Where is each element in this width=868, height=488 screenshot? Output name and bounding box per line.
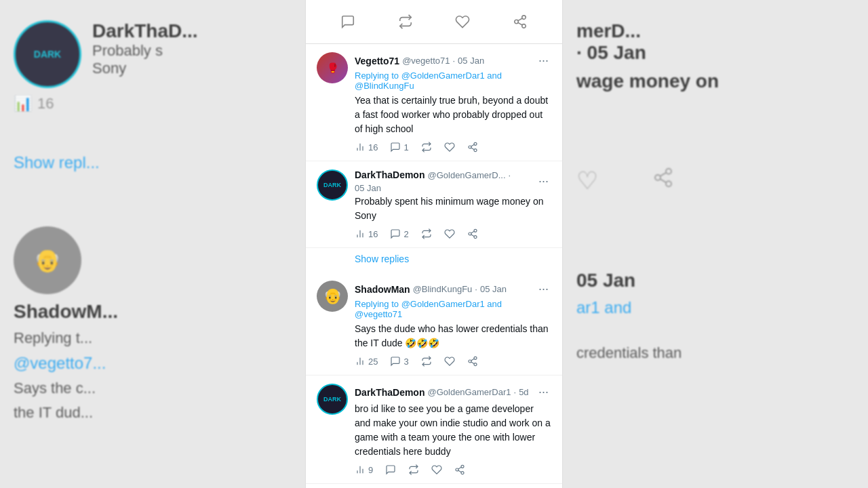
comment-action-3[interactable]: 3 [390,356,408,367]
bg-right-text1: merD... [576,20,646,42]
like-action-3[interactable] [444,356,455,367]
svg-line-40 [458,470,462,472]
bg-share-icon [652,167,674,195]
svg-point-23 [474,236,477,239]
tweet-meta-4: DarkThaDemon @GoldenGamerDar1 · 5d [355,387,529,398]
svg-point-5 [522,16,526,20]
bg-it-dude: the IT dud... [14,404,292,422]
svg-point-29 [474,357,477,359]
tweet-dot-3: · [475,284,477,294]
bg-avatar-dark: DARK [14,20,81,88]
avatar-vegetto71: 🥊 [317,52,348,83]
bg-tweet-text1: Probably s [92,42,198,60]
comment-action-1[interactable]: 1 [390,142,408,152]
tweet-content-2: DarkThaDemon @GoldenGamerD... · 05 Jan ·… [355,169,551,239]
tweet-actions-3: 25 3 [355,356,551,367]
share-action[interactable] [507,8,534,35]
svg-point-14 [469,146,471,148]
svg-line-33 [471,359,474,361]
svg-point-39 [461,472,464,474]
tweet-actions-2: 16 2 [355,228,551,239]
tweet-date-1: · [452,56,455,66]
tweet-more-2[interactable]: ··· [536,173,551,190]
svg-point-0 [666,169,671,174]
tweet-dot-2: · [509,170,511,180]
svg-line-24 [471,235,474,237]
stats-action-3[interactable]: 25 [355,356,378,367]
svg-point-31 [474,363,477,366]
tweet-meta-2: DarkThaDemon @GoldenGamerD... · 05 Jan [355,169,536,193]
share-action-3[interactable] [467,356,478,367]
tweet-header-2: DarkThaDemon @GoldenGamerD... · 05 Jan ·… [355,169,551,193]
comment-val-1: 1 [403,142,408,152]
show-replies-button[interactable]: Show replies [306,248,562,272]
stats-val-4: 9 [368,465,373,475]
stats-action-1[interactable]: 16 [355,142,378,152]
tweet-item-1: 🥊 Vegetto71 @vegetto71 · 05 Jan ··· Repl… [306,44,562,161]
tweet-header-3: ShadowMan @BlindKungFu · 05 Jan ··· [355,281,551,298]
share-action-1[interactable] [467,142,478,152]
tweet-more-4[interactable]: ··· [536,384,551,401]
tweet-item-3: 👴 ShadowMan @BlindKungFu · 05 Jan ··· Re… [306,272,562,375]
comment-action-4[interactable] [385,464,396,475]
like-action-1[interactable] [444,142,455,152]
svg-line-25 [471,231,474,233]
bg-tweet-text2: Sony [92,60,198,77]
action-bar [306,0,562,44]
tweet-text-1: Yea that is certainly true bruh, beyond … [355,94,551,136]
tweet-thread-panel: 🥊 Vegetto71 @vegetto71 · 05 Jan ··· Repl… [305,0,563,488]
stats-action-2[interactable]: 16 [355,228,378,239]
tweet-more-3[interactable]: ··· [536,281,551,298]
tweet-item-2: DARK DarkThaDemon @GoldenGamerD... · 05 … [306,161,562,248]
reply-link-3a[interactable]: @GoldenGamerDar1 [401,299,485,309]
tweet-handle-2: @GoldenGamerD... [427,170,505,180]
tweet-item-4: DARK DarkThaDemon @GoldenGamerDar1 · 5d … [306,375,562,484]
bg-avatar-shadow: 👴 [14,226,81,294]
share-action-4[interactable] [454,464,465,475]
tweet-date-val-2: 05 Jan [355,183,381,193]
tweet-reply-to-1: Replying to @GoldenGamerDar1 and @BlindK… [355,70,551,91]
stats-val-3: 25 [368,357,378,367]
avatar-dark-2: DARK [317,384,348,415]
svg-point-13 [474,142,477,145]
retweet-action-4[interactable] [408,464,419,475]
bg-show-replies: Show repl... [14,153,292,172]
tweet-username-3: ShadowMan [355,284,410,295]
bg-username: DarkThaD... [92,20,198,42]
retweet-action-1[interactable] [421,142,432,152]
tweet-username-1: Vegetto71 [355,56,399,66]
comment-action[interactable] [334,8,361,35]
tweet-text-4: bro id like to see you be a game develop… [355,402,551,459]
tweet-content-1: Vegetto71 @vegetto71 · 05 Jan ··· Replyi… [355,52,551,152]
comment-action-2[interactable]: 2 [390,228,408,239]
svg-line-3 [660,179,666,182]
like-action[interactable] [449,8,476,35]
tweet-username-4: DarkThaDemon [355,387,425,398]
svg-point-21 [474,229,477,232]
reply-link-3b[interactable]: @vegetto71 [355,309,402,319]
reply-link-1b[interactable]: @BlindKungFu [355,81,414,91]
tweet-meta-3: ShadowMan @BlindKungFu · 05 Jan [355,284,507,295]
retweet-action[interactable] [392,8,419,35]
retweet-action-3[interactable] [421,356,432,367]
bg-reply-text: Replying t... [14,329,292,347]
stats-val-2: 16 [368,229,378,239]
tweet-date-val-4: 5d [519,387,528,397]
tweet-username-2: DarkThaDemon [355,169,425,180]
stats-action-4[interactable]: 9 [355,464,373,475]
tweet-content-4: DarkThaDemon @GoldenGamerDar1 · 5d ··· b… [355,384,551,475]
reply-link-1a[interactable]: @GoldenGamerDar1 [401,70,485,81]
tweet-content-3: ShadowMan @BlindKungFu · 05 Jan ··· Repl… [355,281,551,367]
like-action-2[interactable] [444,228,455,239]
retweet-action-2[interactable] [421,228,432,239]
tweet-reply-to-3: Replying to @GoldenGamerDar1 and @vegett… [355,299,551,319]
svg-point-30 [469,360,471,363]
tweet-text-2: Probably spent his minimum wage money on… [355,195,551,223]
svg-point-2 [666,181,671,186]
tweet-more-1[interactable]: ··· [536,52,551,69]
svg-line-32 [471,362,474,364]
tweet-dot-4: · [514,387,517,397]
svg-point-15 [474,149,477,152]
share-action-2[interactable] [467,228,478,239]
like-action-4[interactable] [431,464,442,475]
